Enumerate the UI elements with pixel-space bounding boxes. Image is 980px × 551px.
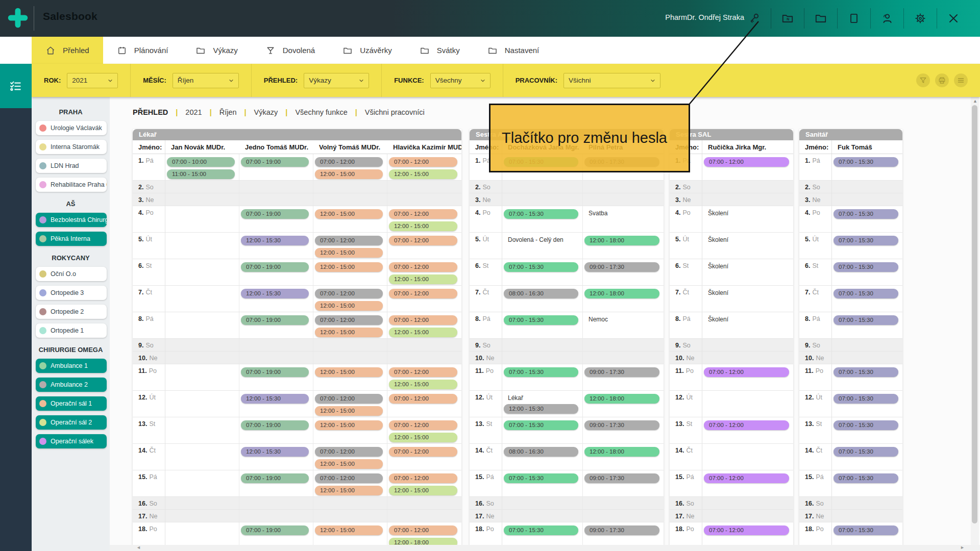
shift-chip[interactable]: 07:00 - 15:30: [834, 367, 898, 377]
shift-chip[interactable]: 08:00 - 16:30: [504, 289, 578, 298]
shift-chip[interactable]: 12:00 - 15:00: [315, 262, 383, 272]
shift-chip[interactable]: 09:00 - 17:30: [584, 367, 659, 377]
shift-chip[interactable]: 07:00 - 12:00: [389, 157, 457, 167]
sidebar-item-operacni-sal-1[interactable]: Operační sál 1: [36, 396, 107, 411]
shift-note[interactable]: Školení: [704, 263, 789, 270]
shift-chip[interactable]: 07:00 - 12:00: [389, 367, 457, 377]
shift-chip[interactable]: 07:00 - 19:00: [241, 420, 309, 430]
sidebar-item-operacni-sal-2[interactable]: Operační sál 2: [36, 415, 107, 430]
shift-chip[interactable]: 09:00 - 17:30: [584, 473, 659, 483]
shift-chip[interactable]: 12:00 - 15:30: [241, 447, 309, 457]
sidebar-item-ambulance-1[interactable]: Ambulance 1: [36, 359, 107, 373]
shift-note[interactable]: Svatba: [584, 210, 659, 217]
shift-chip[interactable]: 07:00 - 15:30: [504, 262, 578, 272]
shift-chip[interactable]: 07:00 - 12:00: [389, 262, 457, 272]
tab-dovolena[interactable]: Dovolená: [252, 37, 329, 64]
shift-chip[interactable]: 07:00 - 15:30: [834, 525, 898, 535]
shift-chip[interactable]: 07:00 - 12:00: [315, 473, 383, 483]
sidebar-item-interna-staromak[interactable]: Interna Staromák: [36, 140, 107, 154]
shift-chip[interactable]: 12:00 - 15:00: [389, 221, 457, 231]
sidebar-item-ocni-o-o[interactable]: Oční O.o: [36, 267, 107, 281]
shift-chip[interactable]: 07:00 - 12:00: [315, 447, 383, 457]
shift-chip[interactable]: 07:00 - 19:00: [241, 367, 309, 377]
shift-chip[interactable]: 07:00 - 15:30: [834, 473, 898, 483]
shift-chip[interactable]: 07:00 - 19:00: [241, 473, 309, 483]
sidebar-item-ambulance-2[interactable]: Ambulance 2: [36, 378, 107, 392]
shift-chip[interactable]: 12:00 - 15:00: [389, 486, 457, 495]
shift-chip[interactable]: 07:00 - 19:00: [241, 525, 309, 535]
shift-chip[interactable]: 07:00 - 12:00: [389, 525, 457, 535]
vertical-scroll-thumb[interactable]: [972, 105, 977, 523]
folder-button[interactable]: [804, 0, 837, 37]
folder-n-button[interactable]: N: [771, 0, 804, 37]
shift-chip[interactable]: 12:00 - 15:00: [315, 209, 383, 219]
shift-chip[interactable]: 07:00 - 15:30: [834, 157, 898, 167]
shift-chip[interactable]: 12:00 - 15:30: [241, 236, 309, 245]
shift-chip[interactable]: 07:00 - 12:00: [389, 289, 457, 298]
shift-chip[interactable]: 12:00 - 18:00: [584, 447, 659, 457]
shift-chip[interactable]: 07:00 - 15:30: [834, 209, 898, 219]
shift-chip[interactable]: 07:00 - 12:00: [389, 236, 457, 245]
shift-chip[interactable]: 07:00 - 12:00: [315, 157, 383, 167]
shift-chip[interactable]: 08:00 - 16:30: [504, 447, 578, 457]
users-button[interactable]: [871, 0, 903, 37]
change-password-button[interactable]: [738, 0, 771, 37]
shift-chip[interactable]: 12:00 - 15:30: [241, 289, 309, 298]
shift-chip[interactable]: 07:00 - 12:00: [315, 236, 383, 245]
shift-note[interactable]: Školení: [704, 316, 789, 323]
shift-chip[interactable]: 07:00 - 12:00: [315, 394, 383, 404]
tab-planovani[interactable]: Plánování: [103, 37, 182, 64]
shift-chip[interactable]: 07:00 - 12:00: [704, 473, 789, 483]
shift-note[interactable]: Školení: [704, 236, 789, 243]
shift-chip[interactable]: 07:00 - 15:30: [504, 367, 578, 377]
shift-chip[interactable]: 07:00 - 12:00: [389, 209, 457, 219]
settings-button[interactable]: [904, 0, 937, 37]
shift-chip[interactable]: 07:00 - 15:30: [834, 447, 898, 457]
mesic-select[interactable]: Říjen: [173, 73, 239, 88]
shift-chip[interactable]: 07:00 - 12:00: [315, 315, 383, 325]
shift-chip[interactable]: 07:00 - 12:00: [704, 420, 789, 430]
shift-chip[interactable]: 07:00 - 12:00: [389, 394, 457, 404]
shift-chip[interactable]: 07:00 - 19:00: [241, 262, 309, 272]
sidebar-item-ortopedie-2[interactable]: Ortopedie 2: [36, 305, 107, 319]
shift-chip[interactable]: 07:00 - 19:00: [241, 209, 309, 219]
shift-note[interactable]: Lékař: [504, 394, 578, 402]
close-button[interactable]: [937, 0, 970, 37]
print-tool-button[interactable]: [935, 73, 949, 87]
shift-chip[interactable]: 07:00 - 15:30: [834, 315, 898, 325]
shift-chip[interactable]: 07:00 - 12:00: [704, 525, 789, 535]
tab-nastaveni[interactable]: Nastavení: [474, 37, 553, 64]
shift-chip[interactable]: 07:00 - 19:00: [241, 315, 309, 325]
scroll-up-icon[interactable]: ▲: [973, 98, 977, 104]
window-button[interactable]: [838, 0, 870, 37]
shift-chip[interactable]: 09:00 - 17:30: [584, 525, 659, 535]
shift-chip[interactable]: 12:00 - 15:00: [315, 486, 383, 495]
shift-chip[interactable]: 12:00 - 15:00: [389, 274, 457, 284]
sidebar-item-ldn-hrad[interactable]: LDN Hrad: [36, 159, 107, 173]
shift-chip[interactable]: 07:00 - 12:00: [389, 447, 457, 457]
shift-chip[interactable]: 07:00 - 10:00: [167, 157, 235, 167]
shift-chip[interactable]: 09:00 - 17:30: [584, 420, 659, 430]
tab-uzaverky[interactable]: Uzávěrky: [329, 37, 406, 64]
sidebar-item-rehabilitace-praha-6[interactable]: Rehabilitace Praha 6: [36, 178, 107, 192]
shift-chip[interactable]: 12:00 - 15:30: [241, 394, 309, 404]
shift-chip[interactable]: 07:00 - 15:30: [834, 262, 898, 272]
shift-chip[interactable]: 07:00 - 15:30: [834, 236, 898, 245]
shift-chip[interactable]: 12:00 - 15:00: [315, 459, 383, 469]
vertical-scrollbar[interactable]: ▲: [971, 97, 979, 545]
funkce-select[interactable]: Všechny: [430, 73, 491, 88]
tab-vykazy[interactable]: Výkazy: [182, 37, 251, 64]
shift-chip[interactable]: 12:00 - 15:30: [504, 404, 578, 414]
shift-chip[interactable]: 07:00 - 15:30: [504, 315, 578, 325]
shift-chip[interactable]: 07:00 - 19:00: [241, 157, 309, 167]
shift-note[interactable]: Školení: [704, 210, 789, 217]
shift-chip[interactable]: 07:00 - 15:30: [834, 420, 898, 430]
scroll-right-icon[interactable]: ►: [960, 545, 965, 550]
shift-chip[interactable]: 12:00 - 18:00: [584, 236, 659, 245]
shift-chip[interactable]: 07:00 - 15:30: [504, 420, 578, 430]
sidebar-item-urologie-vaclavak[interactable]: Urologie Václavák: [36, 121, 107, 135]
menu-tool-button[interactable]: [954, 73, 968, 87]
shift-chip[interactable]: 12:00 - 18:00: [584, 289, 659, 298]
shift-chip[interactable]: 12:00 - 15:00: [315, 328, 383, 337]
sidebar-item-pekna-interna[interactable]: Pěkná Interna: [36, 232, 107, 246]
